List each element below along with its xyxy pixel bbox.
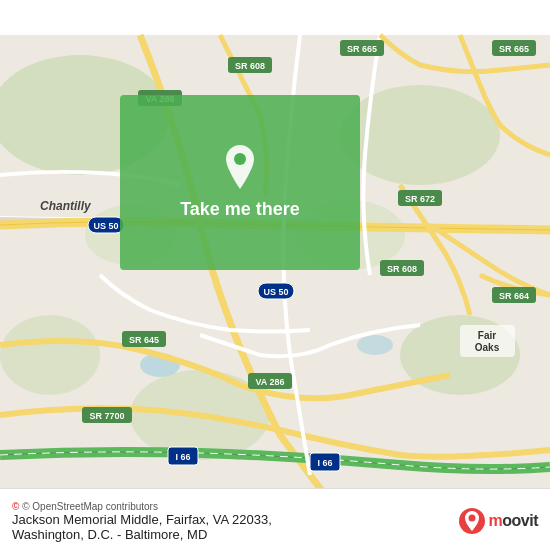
osm-attribution: © © OpenStreetMap contributors: [12, 501, 272, 512]
moovit-icon: [458, 507, 486, 535]
svg-point-9: [357, 335, 393, 355]
moovit-label: oovit: [502, 512, 538, 529]
svg-text:VA 286: VA 286: [255, 377, 284, 387]
map-container: SR 665 SR 665 SR 608 VA 286 US 50 US 50 …: [0, 0, 550, 550]
svg-text:Fair: Fair: [478, 330, 496, 341]
svg-text:US 50: US 50: [263, 287, 288, 297]
location-line2: Washington, D.C. - Baltimore, MD: [12, 527, 207, 542]
svg-text:US 50: US 50: [93, 221, 118, 231]
svg-text:SR 664: SR 664: [499, 291, 529, 301]
svg-text:I 66: I 66: [317, 458, 332, 468]
svg-text:SR 665: SR 665: [347, 44, 377, 54]
svg-point-4: [0, 315, 100, 395]
svg-text:SR 665: SR 665: [499, 44, 529, 54]
attribution-text: © OpenStreetMap contributors: [22, 501, 158, 512]
moovit-logo: moovit: [458, 507, 538, 535]
location-text: Jackson Memorial Middle, Fairfax, VA 220…: [12, 512, 272, 542]
map-background: SR 665 SR 665 SR 608 VA 286 US 50 US 50 …: [0, 0, 550, 550]
location-pin-icon: [222, 145, 258, 189]
svg-text:SR 672: SR 672: [405, 194, 435, 204]
svg-point-46: [234, 153, 246, 165]
take-me-there-label: Take me there: [180, 199, 300, 220]
svg-point-48: [468, 514, 475, 521]
svg-text:I 66: I 66: [175, 452, 190, 462]
bottom-info: © © OpenStreetMap contributors Jackson M…: [12, 499, 272, 542]
svg-text:SR 645: SR 645: [129, 335, 159, 345]
svg-text:Oaks: Oaks: [475, 342, 500, 353]
svg-text:SR 7700: SR 7700: [89, 411, 124, 421]
svg-text:SR 608: SR 608: [235, 61, 265, 71]
take-me-there-button[interactable]: Take me there: [120, 95, 360, 270]
svg-text:Chantilly: Chantilly: [40, 199, 92, 213]
moovit-text: moovit: [489, 512, 538, 530]
location-line1: Jackson Memorial Middle, Fairfax, VA 220…: [12, 512, 272, 527]
svg-text:SR 608: SR 608: [387, 264, 417, 274]
bottom-bar: © © OpenStreetMap contributors Jackson M…: [0, 488, 550, 550]
